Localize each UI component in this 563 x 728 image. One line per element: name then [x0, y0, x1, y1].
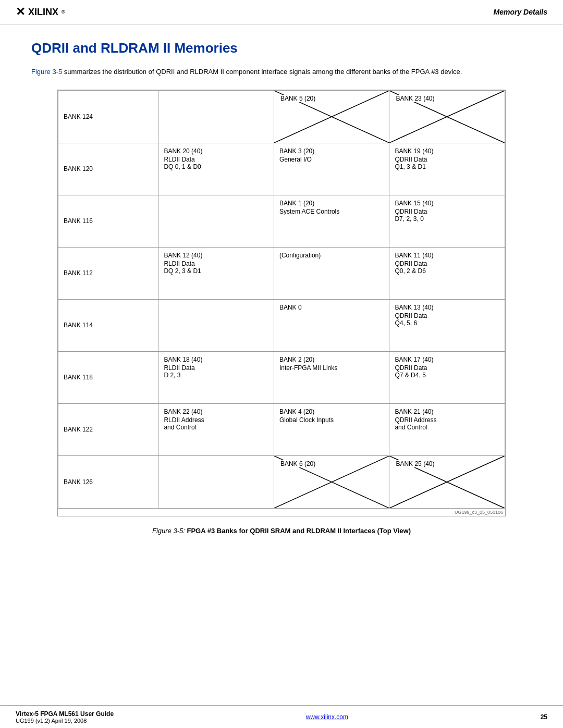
- footer-doc-title: Virtex-5 FPGA ML561 User Guide: [16, 710, 114, 718]
- cell-title: BANK 4 (20): [279, 408, 384, 415]
- cell-line: QDRII Data: [395, 364, 499, 372]
- table-row: BANK 124 BANK 5 (20) BANK 23 (40): [58, 90, 505, 143]
- cell-title: BANK 20 (40): [164, 147, 268, 155]
- bank-col3-cell: BANK 3 (20)General I/O: [274, 143, 389, 195]
- bank-left-cell: BANK 118: [58, 351, 158, 403]
- cell-title: BANK 11 (40): [395, 252, 499, 259]
- cell-line: QDRII Data: [395, 260, 499, 267]
- xilinx-logo: ✕ XILINX ®: [16, 5, 65, 19]
- registered-mark: ®: [62, 9, 65, 15]
- bank-col2-cell: BANK 22 (40)RLDII Addressand Control: [158, 403, 274, 455]
- bank-label: BANK 116: [64, 217, 93, 225]
- cell-line: QDRII Address: [395, 416, 499, 424]
- bank-col4-cell: BANK 17 (40)QDRII DataQ7 & D4, 5: [389, 351, 505, 403]
- intro-body-text: summarizes the distribution of QDRII and…: [62, 68, 462, 76]
- footer-center: www.xilinx.com: [306, 713, 348, 721]
- xilinx-x-icon: ✕: [16, 5, 25, 19]
- bank-col4-cell: BANK 13 (40)QDRII DataQ4, 5, 6: [389, 299, 505, 351]
- figure-caption: Figure 3-5: FPGA #3 Banks for QDRII SRAM…: [31, 527, 532, 535]
- figure-container: BANK 124 BANK 5 (20) BANK 23 (40) BANK 1…: [57, 90, 506, 516]
- main-content: QDRII and RLDRAM II Memories Figure 3-5 …: [0, 24, 563, 559]
- page-title: QDRII and RLDRAM II Memories: [31, 40, 532, 56]
- cell-line: DQ 0, 1 & D0: [164, 163, 268, 170]
- cell-title: BANK 2 (20): [279, 356, 384, 363]
- cell-title: BANK 18 (40): [164, 356, 268, 363]
- bank-col3-cell: BANK 1 (20)System ACE Controls: [274, 195, 389, 247]
- bank-col4-cell: BANK 25 (40): [389, 455, 505, 508]
- cell-line: RLDII Data: [164, 260, 268, 267]
- bank-label: BANK 122: [64, 426, 93, 433]
- bank-col4-cell: BANK 11 (40)QDRII DataQ0, 2 & D6: [389, 247, 505, 299]
- cell-title: BANK 0: [279, 304, 384, 311]
- page-footer: Virtex-5 FPGA ML561 User Guide UG199 (v1…: [0, 706, 563, 728]
- cell-line: Q1, 3 & D1: [395, 163, 499, 170]
- cell-line: QDRII Data: [395, 312, 499, 319]
- bank-label: BANK 124: [64, 113, 93, 120]
- intro-paragraph: Figure 3-5 summarizes the distribution o…: [31, 67, 532, 77]
- cell-line: (Configuration): [279, 252, 384, 259]
- bank-col4-cell: BANK 23 (40): [389, 90, 505, 143]
- cell-line: RLDII Data: [164, 156, 268, 163]
- bank-col2-cell: BANK 18 (40)RLDII DataD 2, 3: [158, 351, 274, 403]
- cell-title: BANK 1 (20): [279, 200, 384, 207]
- xilinx-logo-text: XILINX: [28, 7, 58, 18]
- table-row: BANK 112BANK 12 (40)RLDII DataDQ 2, 3 & …: [58, 247, 505, 299]
- cell-title: BANK 3 (20): [279, 147, 384, 155]
- bank-label: BANK 120: [64, 165, 93, 172]
- table-row: BANK 120BANK 20 (40)RLDII DataDQ 0, 1 & …: [58, 143, 505, 195]
- cross-cell-label: BANK 23 (40): [395, 95, 435, 102]
- bank-col3-cell: BANK 2 (20)Inter-FPGA MII Links: [274, 351, 389, 403]
- cell-line: Q4, 5, 6: [395, 319, 499, 327]
- figure-title: FPGA #3 Banks for QDRII SRAM and RLDRAM …: [187, 527, 411, 535]
- bank-col2-cell: [158, 90, 274, 143]
- bank-col4-cell: BANK 19 (40)QDRII DataQ1, 3 & D1: [389, 143, 505, 195]
- cell-line: RLDII Address: [164, 416, 268, 424]
- bank-col2-cell: [158, 455, 274, 508]
- bank-col4-cell: BANK 21 (40)QDRII Addressand Control: [389, 403, 505, 455]
- cell-title: BANK 17 (40): [395, 356, 499, 363]
- bank-col3-cell: (Configuration): [274, 247, 389, 299]
- bank-label: BANK 114: [64, 322, 93, 329]
- bank-label: BANK 118: [64, 374, 93, 381]
- cell-line: RLDII Data: [164, 364, 268, 372]
- cell-title: BANK 13 (40): [395, 304, 499, 311]
- cross-cell-label: BANK 6 (20): [279, 460, 316, 467]
- bank-label: BANK 112: [64, 269, 93, 277]
- bank-label: BANK 126: [64, 478, 93, 486]
- table-row: BANK 126 BANK 6 (20) BANK 25 (40): [58, 455, 505, 508]
- bank-left-cell: BANK 120: [58, 143, 158, 195]
- bank-col3-cell: BANK 5 (20): [274, 90, 389, 143]
- table-row: BANK 118BANK 18 (40)RLDII DataD 2, 3BANK…: [58, 351, 505, 403]
- cross-cell-label: BANK 25 (40): [395, 460, 435, 467]
- cell-line: DQ 2, 3 & D1: [164, 267, 268, 275]
- bank-col4-cell: BANK 15 (40)QDRII DataD7, 2, 3, 0: [389, 195, 505, 247]
- cell-line: QDRII Data: [395, 156, 499, 163]
- bank-left-cell: BANK 126: [58, 455, 158, 508]
- cell-title: BANK 15 (40): [395, 200, 499, 207]
- bank-col2-cell: BANK 12 (40)RLDII DataDQ 2, 3 & D1: [158, 247, 274, 299]
- cell-line: D7, 2, 3, 0: [395, 215, 499, 223]
- cell-title: BANK 22 (40): [164, 408, 268, 415]
- cell-line: Q7 & D4, 5: [395, 372, 499, 379]
- cell-line: and Control: [164, 424, 268, 431]
- cell-line: QDRII Data: [395, 208, 499, 215]
- bank-left-cell: BANK 116: [58, 195, 158, 247]
- cell-line: Q0, 2 & D6: [395, 267, 499, 275]
- bank-col2-cell: [158, 195, 274, 247]
- cell-title: BANK 12 (40): [164, 252, 268, 259]
- footer-doc-sub: UG199 (v1.2) April 19, 2008: [16, 718, 114, 724]
- bank-col2-cell: BANK 20 (40)RLDII DataDQ 0, 1 & D0: [158, 143, 274, 195]
- bank-col3-cell: BANK 6 (20): [274, 455, 389, 508]
- figure-link[interactable]: Figure 3-5: [31, 68, 62, 76]
- cell-line: D 2, 3: [164, 372, 268, 379]
- bank-grid: BANK 124 BANK 5 (20) BANK 23 (40) BANK 1…: [58, 90, 505, 509]
- bank-left-cell: BANK 112: [58, 247, 158, 299]
- cell-line: Global Clock Inputs: [279, 416, 384, 424]
- cell-line: General I/O: [279, 156, 384, 163]
- bank-left-cell: BANK 124: [58, 90, 158, 143]
- cell-line: and Control: [395, 424, 499, 431]
- page-header: ✕ XILINX ® Memory Details: [0, 0, 563, 24]
- table-row: BANK 114BANK 0BANK 13 (40)QDRII DataQ4, …: [58, 299, 505, 351]
- footer-url[interactable]: www.xilinx.com: [306, 713, 348, 721]
- cell-line: Inter-FPGA MII Links: [279, 364, 384, 372]
